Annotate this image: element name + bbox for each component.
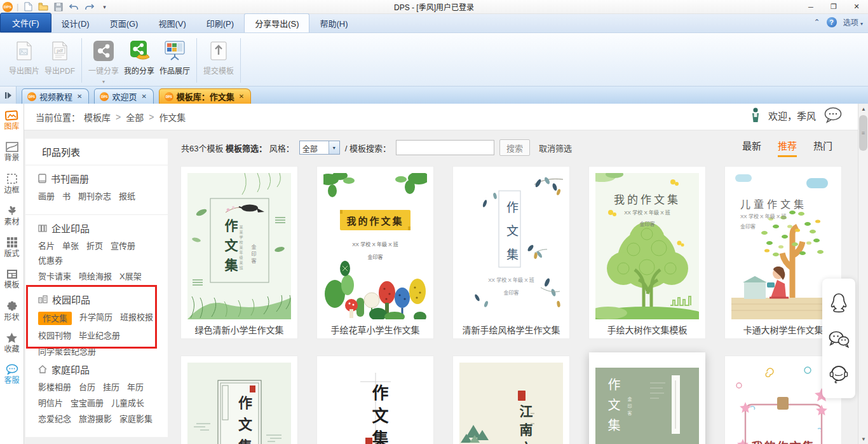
menu-tab-page[interactable]: 页面(G) [100, 14, 149, 32]
template-card[interactable]: 我的作文集 XX 学校 X 年级 X 班 金印客 手绘花草小学生作文集 [317, 167, 433, 338]
my-shares-button[interactable]: 我的分享 [121, 37, 157, 76]
category-panel: 印品列表 书刊画册 画册 书 期刊杂志 报纸 企业印品 名片 单张 折页 宣传册… [25, 139, 168, 310]
rail-item-template[interactable]: 模板 [0, 263, 24, 295]
category-link[interactable]: 喷绘海报 [79, 271, 112, 282]
export-image-icon [16, 39, 32, 62]
category-link[interactable]: 家庭影集 [119, 413, 153, 424]
rail-item-shape[interactable]: 形状 [0, 295, 24, 326]
close-button[interactable]: ✕ [845, 1, 868, 13]
category-link[interactable]: 报纸 [119, 191, 135, 202]
category-link[interactable]: 儿童成长 [111, 398, 144, 408]
category-link[interactable]: 画册 [38, 191, 55, 202]
category-link[interactable]: 书 [62, 191, 71, 202]
cancel-filter-button[interactable]: 取消筛选 [539, 142, 572, 154]
scroll-down-arrow[interactable]: ▼ [858, 434, 868, 444]
category-link[interactable]: 班报校报 [120, 312, 153, 325]
rail-item-background[interactable]: 背景 [0, 135, 24, 167]
template-card[interactable]: 江南文化 [453, 356, 569, 444]
doc-tab-template-library[interactable]: DPS 模板库：作文集 ✕ [159, 88, 251, 104]
category-link[interactable]: X展架 [119, 271, 142, 282]
category-link[interactable]: 折页 [86, 240, 103, 251]
wechat-icon[interactable] [828, 330, 850, 348]
export-image-button[interactable]: 导出图片 [6, 37, 42, 76]
minimize-button[interactable]: ─ [799, 1, 822, 13]
dps-tab-icon: DPS [100, 92, 109, 101]
rail-item-material[interactable]: 素材 [0, 199, 24, 231]
template-card[interactable]: 我的作文集 XX 学校 X 年级 X 班 金印客 手绘大树作文集模板 [589, 167, 705, 338]
dps-tab-icon: DPS [27, 92, 36, 101]
category-link[interactable]: 升学简历 [79, 312, 112, 325]
restore-button[interactable]: ❐ [822, 1, 845, 13]
works-gallery-button[interactable]: 作品展厅 [157, 37, 193, 76]
category-link[interactable]: 同学聚会纪念册 [38, 346, 96, 357]
export-pdf-button[interactable]: pdf 导出PDF [42, 37, 78, 76]
cover-brand: 金印客 [595, 220, 699, 227]
sort-popular[interactable]: 热门 [813, 139, 832, 157]
one-click-share-button[interactable]: 一键分享 ▾ [86, 37, 121, 85]
category-link[interactable]: 旅游摄影 [79, 413, 112, 424]
cover-brand: 金印客 [323, 253, 427, 260]
style-select[interactable]: 全部 ▼ [299, 141, 340, 155]
template-card[interactable]: 作文集 XX 学校 X 年级 X 班 [181, 356, 297, 444]
category-link[interactable]: 优惠券 [38, 255, 63, 266]
rail-item-favorites[interactable]: 收藏 [0, 326, 24, 358]
scroll-up-arrow[interactable]: ▲ [858, 104, 868, 114]
title-bar: DPS | ▾ DPS - [季风]用户已登录 ─ ❐ ✕ [0, 0, 868, 14]
menu-tab-help[interactable]: 帮助(H) [309, 14, 358, 32]
category-link[interactable]: 贺卡请柬 [38, 271, 71, 282]
sort-newest[interactable]: 最新 [742, 139, 761, 157]
customer-service-headset-icon[interactable] [829, 364, 849, 384]
template-card-hovered[interactable]: 作文集 金印客 [589, 352, 705, 444]
breadcrumb-essay-collection[interactable]: 作文集 [159, 111, 186, 123]
rail-item-border[interactable]: 边框 [0, 167, 24, 199]
breadcrumb-template-library[interactable]: 模板库 [84, 111, 111, 123]
menu-tab-design[interactable]: 设计(D) [51, 14, 100, 32]
close-tab-icon[interactable]: ✕ [239, 93, 244, 100]
category-link[interactable]: 单张 [62, 240, 79, 251]
menu-tab-file[interactable]: 文件(F) [0, 13, 51, 32]
tab-scroll-button[interactable] [0, 87, 17, 104]
sort-recommended[interactable]: 推荐 [778, 139, 797, 157]
doc-tab-welcome[interactable]: DPS 欢迎页 ✕ [94, 88, 153, 104]
rail-item-customer-service[interactable]: 客服 [0, 358, 24, 390]
category-link[interactable]: 恋爱纪念 [38, 413, 71, 424]
category-link[interactable]: 期刊杂志 [78, 191, 111, 202]
rail-item-gallery[interactable]: 图库 [0, 104, 24, 135]
category-link[interactable]: 宝宝画册 [71, 398, 104, 408]
template-card[interactable]: 作文集 某某学校某年级某班 金印客 绿色清新小学生作文集 [181, 167, 297, 338]
category-link[interactable]: 名片 [38, 240, 55, 251]
search-button[interactable]: 搜索 [499, 139, 530, 156]
category-link[interactable]: 宣传册 [111, 240, 135, 251]
template-search-input[interactable] [396, 140, 494, 155]
category-link[interactable]: 台历 [79, 382, 95, 392]
collapse-ribbon-icon[interactable]: ⌃ [814, 18, 820, 27]
category-link[interactable]: 校园刊物 [38, 330, 71, 341]
qq-icon[interactable] [829, 293, 848, 314]
category-link[interactable]: 影楼相册 [38, 382, 71, 392]
scrollbar-thumb[interactable]: ≡ [859, 115, 867, 151]
options-button[interactable]: 选项 ▾ [843, 17, 863, 27]
breadcrumb-bar: 当前位置： 模板库 > 全部 > 作文集 [24, 104, 858, 130]
category-link[interactable]: 毕业纪念册 [79, 330, 120, 341]
category-link[interactable]: 年历 [127, 382, 144, 392]
vertical-scrollbar[interactable]: ▲ ≡ ▼ [858, 104, 868, 444]
help-icon[interactable]: ? [827, 17, 837, 27]
menu-tab-view[interactable]: 视图(V) [148, 14, 196, 32]
rail-item-layout[interactable]: 版式 [0, 231, 24, 263]
close-tab-icon[interactable]: ✕ [141, 93, 146, 100]
menu-tab-print[interactable]: 印刷(P) [196, 14, 244, 32]
close-tab-icon[interactable]: ✕ [77, 93, 82, 100]
menu-tab-share-export[interactable]: 分享导出(S) [244, 13, 309, 32]
category-link[interactable]: 挂历 [103, 382, 119, 392]
template-card[interactable]: 作文集 XX 学校 X 年级 X 班 [317, 356, 433, 444]
feedback-chat-icon[interactable] [824, 107, 843, 123]
ribbon-toolbar: 导出图片 pdf 导出PDF 一键分享 ▾ 我的分享 作品展厅 提交模板 [0, 33, 868, 87]
doc-tab-video-tutorial[interactable]: DPS 视频教程 ✕ [22, 88, 89, 104]
template-card[interactable]: 作文集 XX 学校 X 年级 X 班 金印客 清新手绘风格学生作文集 [453, 167, 569, 338]
breadcrumb-all[interactable]: 全部 [126, 111, 144, 123]
document-tab-strip: DPS 视频教程 ✕ DPS 欢迎页 ✕ DPS 模板库：作文集 ✕ [0, 87, 868, 104]
submit-template-button[interactable]: 提交模板 [201, 37, 236, 76]
share-dropdown-icon[interactable]: ▾ [102, 79, 105, 85]
category-link-essay-collection-selected[interactable]: 作文集 [38, 312, 72, 325]
category-link[interactable]: 明信片 [38, 398, 63, 408]
